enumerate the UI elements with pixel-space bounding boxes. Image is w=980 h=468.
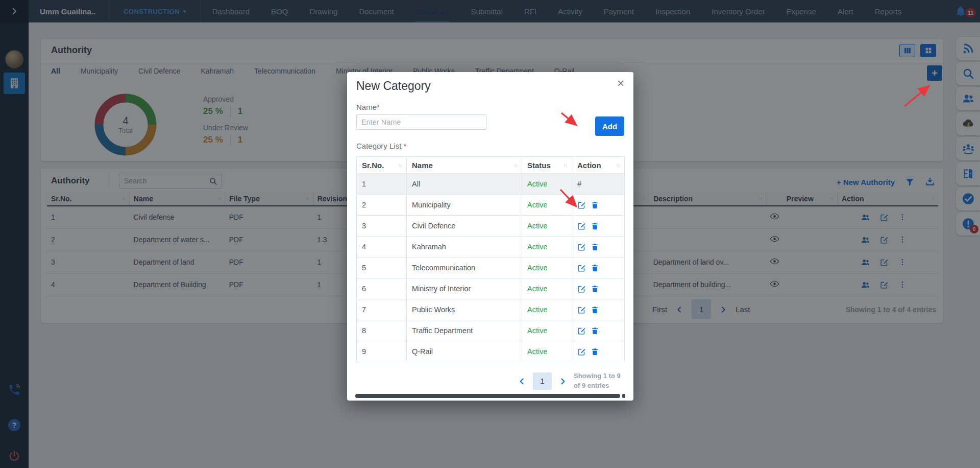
delete-icon[interactable] <box>591 243 599 251</box>
edit-icon[interactable] <box>577 285 586 293</box>
category-list-label: Category List * <box>356 142 624 150</box>
modal-pagination: 1 Showing 1 to 9 of 9 entries <box>356 371 624 391</box>
category-header-row: Sr.No.↑↓ Name↑↓ Status↑↓ Action↑↓ <box>357 157 625 174</box>
col-status[interactable]: Status↑↓ <box>522 157 572 174</box>
delete-icon[interactable] <box>591 264 599 272</box>
category-action-hash[interactable]: # <box>572 174 625 195</box>
required-mark: * <box>404 142 407 150</box>
pagination-prev-icon[interactable] <box>518 377 526 386</box>
edit-icon[interactable] <box>577 347 586 356</box>
sort-icon: ↑↓ <box>513 162 517 168</box>
col-action[interactable]: Action↑↓ <box>572 157 625 174</box>
pagination-page[interactable]: 1 <box>533 372 552 390</box>
new-category-modal: New Category × Name* Add Category List *… <box>347 72 633 401</box>
entries-summary: Showing 1 to 9 of 9 entries <box>574 371 624 391</box>
sort-icon: ↑↓ <box>616 162 619 168</box>
category-row: 6 Ministry of Interior Active <box>357 278 625 299</box>
category-row: 7 Public Works Active <box>357 299 625 320</box>
modal-title: New Category <box>356 79 624 93</box>
delete-icon[interactable] <box>591 222 599 230</box>
category-row: 3 Civil Defence Active <box>357 216 625 237</box>
horizontal-scrollbar-nub[interactable] <box>622 394 625 398</box>
category-table: Sr.No.↑↓ Name↑↓ Status↑↓ Action↑↓ 1 All … <box>356 156 625 362</box>
category-row: 1 All Active # <box>357 174 625 195</box>
edit-icon[interactable] <box>577 201 586 209</box>
delete-icon[interactable] <box>591 201 599 209</box>
pagination-next-icon[interactable] <box>558 377 567 386</box>
delete-icon[interactable] <box>591 347 599 356</box>
add-button[interactable]: Add <box>595 116 624 136</box>
category-row: 8 Traffic Department Active <box>357 320 625 341</box>
category-row: 2 Municipality Active <box>357 195 625 216</box>
sort-icon: ↑↓ <box>398 162 401 168</box>
horizontal-scrollbar[interactable] <box>355 394 620 398</box>
edit-icon[interactable] <box>577 222 586 230</box>
name-label: Name* <box>356 103 624 111</box>
category-name-input[interactable] <box>356 114 486 130</box>
delete-icon[interactable] <box>591 326 599 335</box>
edit-icon[interactable] <box>577 243 586 251</box>
delete-icon[interactable] <box>591 306 599 314</box>
delete-icon[interactable] <box>591 285 599 293</box>
required-mark: * <box>377 103 380 111</box>
edit-icon[interactable] <box>577 264 586 272</box>
col-name[interactable]: Name↑↓ <box>407 157 522 174</box>
category-row: 9 Q-Rail Active <box>357 341 625 362</box>
edit-icon[interactable] <box>577 326 586 335</box>
close-icon[interactable]: × <box>617 76 624 90</box>
sort-icon: ↑↓ <box>564 162 567 168</box>
category-row: 4 Kahramah Active <box>357 237 625 258</box>
col-srno[interactable]: Sr.No.↑↓ <box>357 157 407 174</box>
edit-icon[interactable] <box>577 306 586 314</box>
category-row: 5 Telecommunication Active <box>357 258 625 278</box>
